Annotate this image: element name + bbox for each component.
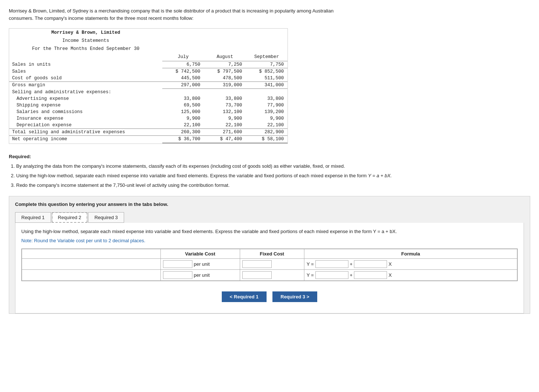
income-row-aug-9: 22,100 (204, 122, 246, 129)
col-label-header (22, 249, 161, 258)
income-row-aug-10: 271,600 (204, 128, 246, 135)
income-row-sep-2: 511,500 (246, 75, 287, 82)
tab-required-3[interactable]: Required 3 (88, 212, 124, 223)
company-name-header: Morrisey & Brown, Limited (9, 29, 162, 37)
row1-a-input[interactable] (315, 260, 348, 268)
income-row-label-2: Cost of goods sold (9, 75, 162, 82)
income-row-aug-7: 132,100 (204, 109, 246, 115)
row2-formula: Y = + X (304, 269, 517, 280)
income-row-aug-5: 33,800 (204, 95, 246, 102)
answer-table: Variable Cost Fixed Cost Formula per uni… (22, 249, 517, 281)
income-row-july-10: 260,300 (162, 128, 204, 135)
income-row-july-1: $ 742,500 (162, 68, 204, 75)
july-header: July (162, 53, 204, 61)
income-row-july-5: 33,800 (162, 95, 204, 102)
income-row-label-6: Shipping expense (9, 102, 162, 109)
row1-fixed-input[interactable] (242, 260, 272, 268)
row2-x: X (388, 272, 392, 278)
table-row: per unit Y = + X (22, 258, 517, 269)
tab-required-1-label: Required 1 (21, 215, 45, 220)
income-row-aug-1: $ 797,500 (204, 68, 246, 75)
intro-paragraph: Morrisey & Brown, Limited, of Sydney is … (9, 7, 339, 22)
row2-y-eq: Y = (307, 272, 314, 278)
tab2-description: Using the high-low method, separate each… (21, 228, 518, 236)
income-row-sep-10: 282,900 (246, 128, 287, 135)
requirement-1: By analyzing the data from the company's… (16, 162, 530, 170)
income-row-sep-4 (246, 89, 287, 95)
income-row-sep-8: 9,900 (246, 115, 287, 122)
next-button-label: Required 3 > (281, 294, 309, 300)
income-row-aug-6: 73,700 (204, 102, 246, 109)
income-row-sep-1: $ 852,500 (246, 68, 287, 75)
income-row-sep-6: 77,900 (246, 102, 287, 109)
income-row-july-11: $ 36,700 (162, 135, 204, 143)
income-statements-header: Income Statements (9, 37, 162, 45)
tab-required-2[interactable]: Required 2 (52, 212, 88, 223)
row1-fixed (240, 258, 304, 269)
income-row-label-5: Advertising expense (9, 95, 162, 102)
income-row-label-11: Net operating income (9, 135, 162, 143)
row2-variable: per unit (160, 269, 240, 280)
tab2-note: Note: Round the Variable cost per unit t… (21, 238, 518, 243)
income-row-aug-2: 478,500 (204, 75, 246, 82)
requirement-3: Redo the company's income statement at t… (16, 181, 530, 189)
income-row-sep-0: 7,750 (246, 61, 287, 68)
tab-required-3-label: Required 3 (94, 215, 118, 220)
income-row-label-0: Sales in units (9, 61, 162, 68)
variable-cost-header: Variable Cost (160, 249, 240, 258)
income-row-sep-3: 341,000 (246, 82, 287, 89)
income-row-label-10: Total selling and administrative expense… (9, 128, 162, 135)
tab-required-1[interactable]: Required 1 (15, 212, 51, 223)
prev-button[interactable]: < Required 1 (222, 291, 267, 302)
row2-fixed-input[interactable] (242, 271, 272, 279)
row2-plus: + (350, 272, 353, 278)
period-header: For the Three Months Ended September 30 (9, 45, 162, 53)
row1-per-unit-label: per unit (194, 261, 210, 267)
aug-header: August (204, 53, 246, 61)
empty-header3 (162, 45, 287, 53)
income-row-sep-5: 33,800 (246, 95, 287, 102)
row1-plus: + (350, 261, 353, 267)
row2-b-input[interactable] (354, 271, 387, 279)
formula-header: Formula (304, 249, 517, 258)
income-row-july-6: 69,500 (162, 102, 204, 109)
row2-label (22, 269, 161, 280)
table-row: per unit Y = + X (22, 269, 517, 280)
next-button[interactable]: Required 3 > (272, 291, 317, 302)
tabs-row: Required 1 Required 2 Required 3 (15, 212, 524, 223)
income-row-sep-11: $ 58,100 (246, 135, 287, 143)
complete-box: Complete this question by entering your … (9, 196, 530, 314)
sep-header: September (246, 53, 287, 61)
row2-a-input[interactable] (315, 271, 348, 279)
row2-variable-input[interactable] (163, 271, 192, 279)
income-row-label-7: Salaries and commissions (9, 109, 162, 115)
formula-text: Y = a + bX. (368, 173, 392, 178)
income-row-july-3: 297,000 (162, 82, 204, 89)
income-row-july-4 (162, 89, 204, 95)
income-row-july-9: 22,100 (162, 122, 204, 129)
income-row-july-2: 445,500 (162, 75, 204, 82)
income-row-label-9: Depreciation expense (9, 122, 162, 129)
income-row-aug-11: $ 47,400 (204, 135, 246, 143)
row1-variable-input[interactable] (163, 260, 192, 268)
row2-per-unit-label: per unit (194, 272, 210, 278)
required-heading: Required: (9, 154, 530, 159)
row1-label (22, 258, 161, 269)
empty-header2 (162, 37, 287, 45)
income-row-aug-3: 319,000 (204, 82, 246, 89)
income-row-july-7: 125,000 (162, 109, 204, 115)
income-row-aug-8: 9,900 (204, 115, 246, 122)
empty-header (162, 29, 287, 37)
row1-x: X (388, 261, 392, 267)
income-row-label-3: Gross margin (9, 82, 162, 89)
empty-col (9, 53, 162, 61)
row1-variable: per unit (160, 258, 240, 269)
fixed-cost-header: Fixed Cost (240, 249, 304, 258)
income-row-label-4: Selling and administrative expenses: (9, 89, 162, 95)
income-statement-wrapper: Morrisey & Brown, Limited Income Stateme… (9, 28, 288, 144)
row1-b-input[interactable] (354, 260, 387, 268)
requirement-2: Using the high-low method, separate each… (16, 172, 530, 180)
income-row-aug-0: 7,250 (204, 61, 246, 68)
tab-required-2-label: Required 2 (58, 215, 82, 220)
row1-y-eq: Y = (307, 261, 314, 267)
